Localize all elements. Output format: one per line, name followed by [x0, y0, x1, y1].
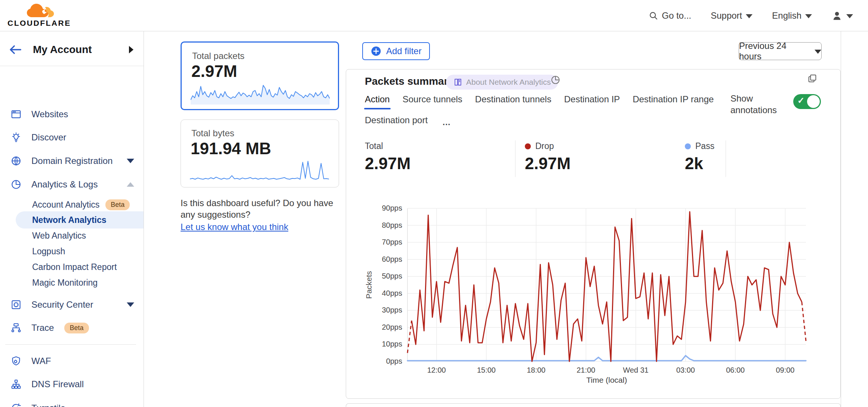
metric-card-total-bytes[interactable]: Total bytes 191.94 MB: [181, 119, 339, 187]
sidebar-item-analytics-logs[interactable]: Analytics & Logs: [0, 175, 144, 194]
copy-icon[interactable]: [807, 73, 818, 84]
stat-value: 2.97M: [525, 154, 570, 173]
dimension-tabs-row2: Destination port ...: [365, 115, 450, 130]
sidebar-item-label: Magic Monitoring: [32, 278, 98, 288]
feedback-link[interactable]: Let us know what you think: [181, 221, 288, 233]
account-name[interactable]: My Account: [33, 44, 92, 56]
y-tick-label: 0pps: [386, 357, 402, 367]
x-tick-label: 12:00: [410, 366, 463, 375]
cloudflare-logo[interactable]: CLOUDFLARE: [7, 1, 74, 31]
stat-divider: [515, 140, 515, 177]
tab-destination-ip-range[interactable]: Destination IP range: [632, 94, 714, 109]
sidebar-item-domain-registration[interactable]: Domain Registration: [0, 151, 144, 171]
y-tick-label: 40pps: [382, 289, 403, 299]
metric-value: 2.97M: [191, 62, 237, 81]
x-tick-label: Wed 31: [610, 366, 662, 375]
x-tick-label: 03:00: [659, 366, 712, 375]
stat-value: 2.97M: [365, 154, 410, 173]
sidebar-item-network-analytics[interactable]: Network Analytics: [16, 211, 144, 229]
sidebar-item-magic-monitoring[interactable]: Magic Monitoring: [0, 274, 144, 291]
account-menu[interactable]: [831, 10, 853, 21]
y-tick-label: 10pps: [382, 340, 403, 349]
chevron-down-icon: [127, 159, 134, 163]
tab-destination-port[interactable]: Destination port: [365, 115, 428, 130]
top-nav: CLOUDFLARE Go to... Support English: [0, 0, 868, 31]
add-filter-label: Add filter: [386, 46, 422, 56]
chevron-right-icon[interactable]: [129, 46, 133, 53]
sidebar-item-label: DNS Firewall: [31, 379, 84, 389]
sidebar-item-turnstile[interactable]: Turnstile: [0, 398, 144, 407]
y-tick-label: 80pps: [382, 221, 403, 231]
globe-icon: [10, 155, 22, 167]
account-header: My Account: [0, 40, 144, 59]
time-range-dropdown[interactable]: Previous 24 hours: [739, 42, 822, 60]
lightbulb-icon: [10, 132, 22, 143]
feedback-question: Is this dashboard useful? Do you have an…: [181, 198, 333, 220]
language-menu[interactable]: English: [772, 10, 812, 21]
support-menu[interactable]: Support: [711, 10, 752, 21]
tab-destination-ip[interactable]: Destination IP: [564, 94, 620, 109]
shield-gear-icon: [10, 355, 22, 367]
sidebar-item-web-analytics[interactable]: Web Analytics: [0, 227, 144, 244]
tab-destination-tunnels[interactable]: Destination tunnels: [475, 94, 551, 109]
tab-action[interactable]: Action: [365, 94, 390, 109]
goto-label: Go to...: [662, 10, 692, 21]
pie-mini-icon[interactable]: [550, 75, 561, 85]
refresh-check-icon: [10, 403, 22, 407]
chevron-down-icon: [127, 302, 134, 307]
sidebar-item-waf[interactable]: WAF: [0, 351, 144, 371]
y-tick-label: 60pps: [382, 255, 403, 265]
metric-card-total-packets[interactable]: Total packets 2.97M: [181, 41, 339, 110]
vault-icon: [10, 299, 22, 310]
beta-badge: Beta: [105, 199, 130, 210]
about-network-analytics-chip[interactable]: About Network Analytics: [446, 75, 558, 90]
packets-summary-panel: Packets summary About Network Analytics …: [346, 69, 841, 399]
beta-badge: Beta: [64, 323, 89, 333]
bytes-sparkline-chart: [190, 159, 329, 183]
sidebar-item-security-center[interactable]: Security Center: [0, 295, 144, 314]
sidebar-item-logpush[interactable]: Logpush: [0, 243, 144, 260]
sidebar-item-label: Analytics & Logs: [31, 179, 98, 190]
sidebar-item-carbon-impact-report[interactable]: Carbon Impact Report: [0, 259, 144, 275]
content-right-rule: [841, 31, 841, 407]
sidebar: My Account Websites Discover Domain Regi…: [0, 31, 144, 407]
stat-label: Total: [365, 141, 383, 151]
cloudflare-wordmark: CLOUDFLARE: [7, 19, 71, 28]
sidebar-item-dns-firewall[interactable]: DNS Firewall: [0, 375, 144, 394]
sidebar-item-label: Security Center: [31, 299, 93, 310]
sidebar-item-websites[interactable]: Websites: [0, 105, 144, 124]
back-arrow-icon[interactable]: [9, 45, 22, 55]
add-filter-button[interactable]: Add filter: [362, 42, 430, 60]
pass-dot: [685, 143, 691, 149]
chevron-down-icon: [805, 14, 812, 18]
sidebar-item-label: Logpush: [32, 246, 65, 257]
about-badge-label: About Network Analytics: [466, 78, 551, 87]
metric-label: Total bytes: [191, 128, 234, 139]
tabs-overflow-ellipsis[interactable]: ...: [443, 121, 450, 124]
cloudflare-dashboard: CLOUDFLARE Go to... Support English: [0, 0, 868, 407]
goto-search[interactable]: Go to...: [649, 10, 692, 21]
sidebar-item-discover[interactable]: Discover: [0, 128, 144, 147]
sidebar-item-label: Websites: [31, 109, 68, 119]
sidebar-item-account-analytics[interactable]: Account Analytics Beta: [0, 196, 144, 213]
stat-total: Total 2.97M: [365, 141, 410, 173]
pie-chart-icon: [10, 179, 22, 190]
packets-line-chart: [407, 208, 806, 361]
sidebar-item-trace[interactable]: Trace Beta: [0, 318, 144, 338]
stat-label: Drop: [535, 141, 554, 151]
feedback-block: Is this dashboard useful? Do you have an…: [181, 197, 350, 233]
metric-label: Total packets: [192, 51, 244, 61]
x-tick-label: 21:00: [560, 366, 612, 375]
sidebar-item-label: Carbon Impact Report: [32, 262, 117, 272]
cloudflare-cloud-icon: [22, 2, 61, 19]
metric-value: 191.94 MB: [191, 139, 271, 158]
x-tick-label: 18:00: [510, 366, 562, 375]
tab-source-tunnels[interactable]: Source tunnels: [403, 94, 462, 109]
sidebar-item-label: Network Analytics: [32, 215, 107, 225]
annotations-toggle[interactable]: ✓: [793, 94, 821, 109]
chevron-down-icon: [746, 14, 752, 18]
stat-divider: [726, 140, 726, 177]
sidebar-item-label: Trace: [31, 323, 54, 333]
plus-circle-icon: [370, 46, 382, 57]
sidebar-item-label: WAF: [31, 356, 51, 366]
